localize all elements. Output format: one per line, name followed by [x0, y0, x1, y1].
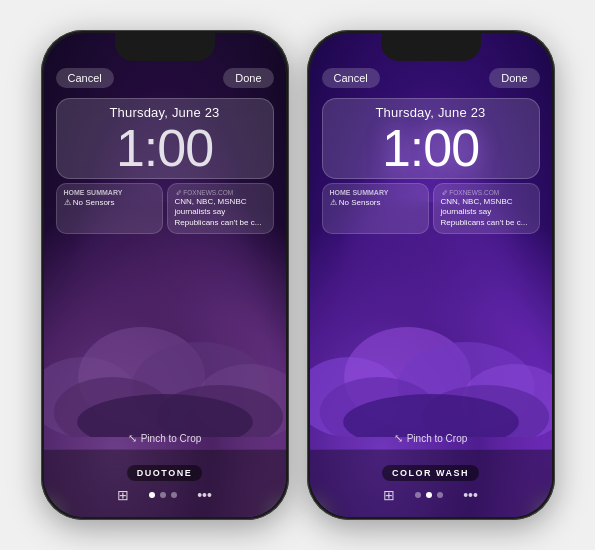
phone-left-frame: Cancel Done Thursday, June 23 1:00 Home …: [41, 30, 289, 520]
terrain-left: [44, 237, 286, 437]
time-right: 1:00: [335, 122, 527, 174]
lock-content-left: Thursday, June 23 1:00 Home Summary ⚠ No…: [56, 98, 274, 234]
news-widget-left: 🗞 FOXNEWS.COM CNN, NBC, MSNBC journalist…: [167, 183, 274, 234]
top-bar-left: Cancel Done: [56, 68, 274, 88]
dot-3-left: [171, 492, 177, 498]
cancel-button-right[interactable]: Cancel: [322, 68, 380, 88]
news-source-right: 🗞 FOXNEWS.COM: [441, 189, 532, 196]
phone-right-screen: Cancel Done Thursday, June 23 1:00 Home …: [310, 33, 552, 517]
news-content-right: CNN, NBC, MSNBC journalists say Republic…: [441, 197, 532, 228]
top-bar-right: Cancel Done: [322, 68, 540, 88]
dot-1-right: [415, 492, 421, 498]
lock-content-right: Thursday, June 23 1:00 Home Summary ⚠ No…: [322, 98, 540, 234]
pinch-icon-left: ⤡: [128, 432, 137, 445]
news-source-left: 🗞 FOXNEWS.COM: [175, 189, 266, 196]
dots-left: [149, 492, 177, 498]
pinch-icon-right: ⤡: [394, 432, 403, 445]
notch-right: [381, 33, 481, 61]
bottom-icons-right: ⊞ •••: [383, 487, 478, 503]
phone-left-wrapper: Cancel Done Thursday, June 23 1:00 Home …: [41, 30, 289, 520]
gallery-button-right[interactable]: ⊞: [383, 487, 395, 503]
home-summary-title-right: Home Summary: [330, 189, 421, 196]
more-button-left[interactable]: •••: [197, 487, 212, 503]
pinch-label-left: ⤡ Pinch to Crop: [128, 432, 202, 445]
filter-label-right: COLOR WASH: [382, 465, 479, 481]
done-button-left[interactable]: Done: [223, 68, 273, 88]
date-widget-left: Thursday, June 23 1:00: [56, 98, 274, 179]
cancel-button-left[interactable]: Cancel: [56, 68, 114, 88]
bottom-icons-left: ⊞ •••: [117, 487, 212, 503]
phone-left-screen: Cancel Done Thursday, June 23 1:00 Home …: [44, 33, 286, 517]
pinch-label-right: ⤡ Pinch to Crop: [394, 432, 468, 445]
dot-1-left: [149, 492, 155, 498]
terrain-right: [310, 237, 552, 437]
filter-label-left: DUOTONE: [127, 465, 202, 481]
phone-right-wrapper: Cancel Done Thursday, June 23 1:00 Home …: [307, 30, 555, 520]
date-right: Thursday, June 23: [335, 105, 527, 120]
dot-2-left: [160, 492, 166, 498]
widgets-row-right: Home Summary ⚠ No Sensors 🗞 FOXNEWS.COM …: [322, 183, 540, 234]
bottom-bar-left: DUOTONE ⊞ •••: [44, 449, 286, 517]
bottom-bar-right: COLOR WASH ⊞ •••: [310, 449, 552, 517]
home-summary-widget-left: Home Summary ⚠ No Sensors: [56, 183, 163, 234]
dot-2-right: [426, 492, 432, 498]
gallery-button-left[interactable]: ⊞: [117, 487, 129, 503]
date-left: Thursday, June 23: [69, 105, 261, 120]
notch-left: [115, 33, 215, 61]
news-widget-right: 🗞 FOXNEWS.COM CNN, NBC, MSNBC journalist…: [433, 183, 540, 234]
date-widget-right: Thursday, June 23 1:00: [322, 98, 540, 179]
dots-right: [415, 492, 443, 498]
more-button-right[interactable]: •••: [463, 487, 478, 503]
widgets-row-left: Home Summary ⚠ No Sensors 🗞 FOXNEWS.COM …: [56, 183, 274, 234]
time-left: 1:00: [69, 122, 261, 174]
home-summary-widget-right: Home Summary ⚠ No Sensors: [322, 183, 429, 234]
done-button-right[interactable]: Done: [489, 68, 539, 88]
phone-right-frame: Cancel Done Thursday, June 23 1:00 Home …: [307, 30, 555, 520]
home-summary-content-left: ⚠ No Sensors: [64, 198, 155, 208]
home-summary-title-left: Home Summary: [64, 189, 155, 196]
news-content-left: CNN, NBC, MSNBC journalists say Republic…: [175, 197, 266, 228]
dot-3-right: [437, 492, 443, 498]
home-summary-content-right: ⚠ No Sensors: [330, 198, 421, 208]
